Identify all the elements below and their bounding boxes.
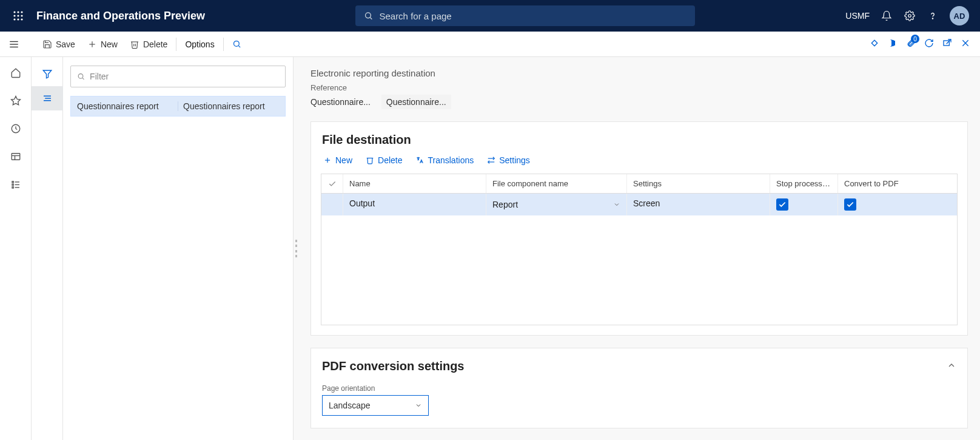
bell-icon[interactable] [881,10,893,22]
refresh-icon[interactable] [924,38,934,50]
gear-icon[interactable] [904,10,916,22]
svg-rect-21 [894,41,895,46]
rail-workspace-icon[interactable] [0,144,32,169]
col-settings[interactable]: Settings [627,174,770,193]
fd-settings-button[interactable]: Settings [485,153,532,168]
side-filter-panel [32,57,63,440]
app-launcher-icon[interactable] [6,10,30,21]
new-button[interactable]: New [81,37,124,52]
attachment-badge: 0 [911,35,919,43]
plus-icon [323,156,332,164]
office-icon[interactable] [888,38,898,50]
row-selector[interactable] [321,194,343,215]
divider [223,38,224,51]
fd-delete-button[interactable]: Delete [363,153,404,168]
attachment-icon[interactable]: 0 [906,38,916,50]
col-stop[interactable]: Stop processin... [770,174,838,193]
list-pane: Questionnaires report Questionnaires rep… [63,57,294,440]
reference-value-1[interactable]: Questionnaire... [310,95,375,109]
grid-empty-area [321,215,957,325]
col-component[interactable]: File component name [486,174,627,193]
table-row[interactable]: Output Report Screen [321,194,957,215]
filter-input[interactable] [90,72,279,81]
svg-line-19 [238,46,240,47]
svg-point-1 [17,11,19,13]
svg-point-8 [21,18,22,20]
delete-button[interactable]: Delete [124,37,173,52]
nav-toggle-icon[interactable] [8,32,19,57]
rail-modules-icon[interactable] [0,172,32,197]
page-orientation-dropdown[interactable]: Landscape [322,395,429,416]
chevron-up-icon [947,359,956,373]
svg-point-0 [13,11,15,13]
options-button[interactable]: Options [179,37,220,52]
popout-icon[interactable] [942,38,952,50]
fd-translations-button[interactable]: Translations [413,153,476,168]
filter-funnel-icon[interactable] [32,62,63,86]
svg-rect-28 [12,154,20,160]
splitter[interactable] [294,57,298,440]
list-item[interactable]: Questionnaires report Questionnaires rep… [70,96,286,117]
left-rail [0,57,32,440]
rail-home-icon[interactable] [0,61,32,85]
svg-rect-20 [871,40,877,46]
close-icon[interactable] [961,38,970,50]
fd-delete-label: Delete [378,155,402,165]
file-destination-grid: Name File component name Settings Stop p… [321,174,958,325]
rail-recent-icon[interactable] [0,117,32,141]
svg-line-23 [947,39,951,44]
cell-stop[interactable] [770,194,838,215]
cell-name[interactable]: Output [343,194,486,215]
svg-point-41 [78,74,83,79]
file-destination-header: File destination [311,122,967,153]
stop-checkbox[interactable] [776,198,788,211]
search-icon [232,39,241,49]
cell-convert[interactable] [838,194,906,215]
convert-checkbox[interactable] [844,198,856,211]
find-button[interactable] [226,37,247,51]
svg-marker-26 [11,96,20,105]
col-name[interactable]: Name [343,174,486,193]
svg-point-3 [13,15,15,16]
page-title: Electronic reporting destination [310,68,968,78]
page-orientation-label: Page orientation [311,379,967,395]
svg-point-9 [366,13,371,18]
grid-header: Name File component name Settings Stop p… [321,174,957,194]
pdf-conversion-header[interactable]: PDF conversion settings [311,348,967,379]
col-select[interactable] [321,174,343,193]
svg-rect-32 [12,184,13,185]
cell-settings[interactable]: Screen [627,194,770,215]
svg-point-5 [21,15,22,16]
svg-rect-33 [12,187,13,188]
rail-star-icon[interactable] [0,89,32,113]
help-icon[interactable] [927,10,939,22]
col-convert[interactable]: Convert to PDF [838,174,906,193]
company-label[interactable]: USMF [845,11,870,21]
trash-icon [366,156,374,164]
swap-icon [487,156,495,164]
global-search[interactable] [355,5,695,26]
delete-label: Delete [143,39,167,49]
svg-point-4 [17,15,19,16]
pdf-conversion-card: PDF conversion settings Page orientation… [310,348,968,428]
reference-value-2[interactable]: Questionnaire... [381,95,451,109]
translate-icon [415,156,424,164]
search-input[interactable] [379,11,686,21]
top-bar: Finance and Operations Preview USMF AD [0,0,980,32]
reference-label: Reference [310,83,968,92]
diamond-icon[interactable] [870,38,879,50]
file-destination-card: File destination New Delete Translations… [310,121,968,336]
avatar[interactable]: AD [950,6,969,25]
svg-point-12 [932,18,933,19]
list-item-col2: Questionnaires report [180,101,283,111]
new-label: New [101,39,118,49]
search-icon [364,11,373,21]
list-item-col1: Questionnaires report [73,101,176,111]
cell-component[interactable]: Report [486,194,627,215]
list-filter[interactable] [70,66,286,87]
list-view-icon[interactable] [32,86,63,110]
fd-new-button[interactable]: New [321,153,355,168]
main-pane: Electronic reporting destination Referen… [298,57,980,440]
svg-marker-37 [43,70,52,78]
save-button[interactable]: Save [36,37,81,52]
